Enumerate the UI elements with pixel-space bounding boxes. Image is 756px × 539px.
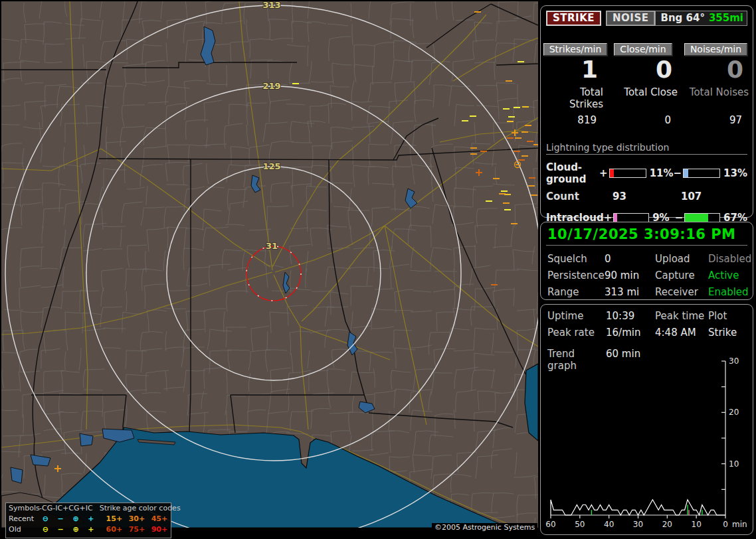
strike-ic-icon bbox=[533, 144, 538, 145]
strike-ic-icon bbox=[529, 177, 535, 179]
legend-age-code: 15+ bbox=[103, 514, 126, 524]
strike-ic-icon bbox=[506, 80, 512, 82]
uptime-value: 10:39 bbox=[606, 310, 655, 322]
session-panel: Uptime 10:39 Peak time Plot Peak rate 16… bbox=[540, 304, 753, 535]
plot-value: Strike bbox=[708, 327, 749, 339]
capture-label: Capture bbox=[655, 270, 708, 281]
legend-symbol-icon: ⊖ bbox=[38, 514, 54, 524]
close-per-min-chip[interactable]: Close/min bbox=[614, 43, 672, 56]
legend-age-code: 60+ bbox=[103, 524, 126, 535]
persistence-label: Persistence bbox=[547, 270, 605, 281]
legend-header: -CG bbox=[39, 503, 52, 514]
noise-mode-button[interactable]: NOISE bbox=[606, 11, 655, 26]
strike-ic-icon bbox=[507, 137, 514, 139]
bearing-label: Bng 64° bbox=[660, 12, 704, 24]
range-ring-label: 31 bbox=[266, 241, 278, 251]
range-ring-label: 219 bbox=[262, 81, 280, 91]
trend-x-tick: 40 bbox=[604, 520, 614, 529]
peak-time-value: 4:48 AM bbox=[655, 327, 708, 339]
total-noises-label: Total Noises bbox=[680, 86, 751, 110]
cloud-ground-count-row: Count 93 107 bbox=[546, 191, 747, 202]
strike-ic-icon bbox=[525, 125, 531, 126]
total-noises-value: 97 bbox=[680, 114, 751, 126]
legend-header: -IC bbox=[52, 503, 62, 514]
status-panel: 10/17/2025 3:09:16 PM Squelch 0 Upload D… bbox=[540, 222, 753, 300]
strike-ic-icon bbox=[527, 141, 533, 142]
trend-y-tick: 30 bbox=[729, 356, 739, 366]
legend-age-code: 45+ bbox=[148, 514, 171, 524]
strike-ic-icon bbox=[470, 153, 477, 155]
legend-symbol-icon: ⊕ bbox=[68, 524, 84, 535]
legend-symbol-icon: + bbox=[84, 524, 98, 535]
strike-ic-icon bbox=[522, 106, 529, 108]
cg-positive-count: 93 bbox=[613, 191, 681, 202]
strike-ic-icon bbox=[507, 121, 514, 122]
legend-age-title: Strike age color codes bbox=[93, 503, 181, 514]
close-per-min-value: 0 bbox=[606, 57, 680, 82]
trend-x-tick: 20 bbox=[662, 520, 672, 529]
strike-ic-icon bbox=[514, 151, 520, 152]
uptime-label: Uptime bbox=[547, 310, 606, 322]
strike-ic-icon bbox=[474, 11, 481, 13]
cg-negative-pct: 13% bbox=[721, 167, 747, 179]
bearing-distance: 355mi bbox=[709, 12, 743, 24]
status-grid: Squelch 0 Upload Disabled Persistence 90… bbox=[546, 253, 747, 298]
upload-value: Disabled bbox=[708, 253, 756, 265]
ic-positive-bar bbox=[613, 213, 649, 222]
cg-negative-bar bbox=[683, 169, 720, 178]
legend-symbol-icon: ⊖ bbox=[38, 524, 54, 535]
legend-symbol-icon: ⊕ bbox=[68, 514, 84, 524]
strike-ic-icon bbox=[503, 202, 510, 204]
count-label: Count bbox=[546, 191, 613, 202]
peak-rate-value: 16/min bbox=[606, 327, 655, 339]
strike-ic-icon bbox=[508, 116, 515, 117]
strike-ic-icon bbox=[518, 159, 525, 161]
strike-ic-icon bbox=[501, 191, 508, 192]
strikes-per-min-chip[interactable]: Strikes/min bbox=[543, 43, 608, 56]
legend-header: +CG bbox=[62, 503, 79, 514]
peak-time-label: Peak time bbox=[655, 310, 708, 322]
noises-per-min-chip[interactable]: Noises/min bbox=[684, 43, 747, 56]
strike-ic-icon bbox=[470, 147, 477, 149]
total-close-value: 0 bbox=[606, 114, 680, 126]
strike-ic-icon bbox=[486, 200, 492, 202]
map-legend: Symbols-CG-IC+CG+ICStrike age color code… bbox=[5, 502, 171, 538]
trend-y-tick: 10 bbox=[729, 459, 739, 469]
squelch-label: Squelch bbox=[547, 253, 605, 265]
cg-negative-count: 107 bbox=[681, 191, 702, 202]
strike-ic-icon bbox=[462, 120, 468, 121]
legend-row-label: Old bbox=[6, 524, 38, 535]
strike-ic-icon bbox=[514, 107, 520, 108]
trend-x-tick: 30 bbox=[633, 520, 643, 529]
legend-symbol-icon: − bbox=[53, 524, 68, 535]
range-value: 313 mi bbox=[605, 286, 655, 298]
distribution-title: Lightning type distribution bbox=[546, 142, 747, 155]
session-grid: Uptime 10:39 Peak time Plot Peak rate 16… bbox=[546, 310, 747, 339]
trend-x-unit: min bbox=[732, 520, 747, 529]
noises-per-min-value: 0 bbox=[680, 57, 751, 82]
trend-line bbox=[551, 500, 725, 515]
trend-y-tick: 20 bbox=[729, 408, 739, 417]
strike-ic-icon bbox=[528, 185, 535, 187]
cg-positive-pct: 11% bbox=[648, 167, 674, 179]
datetime-display: 10/17/2025 3:09:16 PM bbox=[546, 225, 747, 246]
lightning-map[interactable]: 31125219313 Symbols-CG-IC+CG+ICStrike ag… bbox=[1, 1, 538, 528]
strike-mode-button[interactable]: STRIKE bbox=[546, 11, 601, 26]
strike-ic-icon bbox=[518, 61, 524, 62]
strike-ic-icon bbox=[470, 116, 476, 117]
minus-sign: − bbox=[674, 167, 682, 179]
cloud-ground-row: Cloud-ground + 11% − 13% bbox=[546, 161, 747, 185]
legend-row-label: Recent bbox=[6, 514, 38, 524]
legend-age-code: 90+ bbox=[148, 524, 171, 535]
total-close-label: Total Close bbox=[606, 86, 680, 110]
strike-ic-icon bbox=[292, 83, 299, 84]
map-canvas: 31125219313 bbox=[1, 1, 538, 528]
legend-age-code: 75+ bbox=[126, 524, 148, 535]
range-ring-label: 313 bbox=[262, 1, 280, 10]
rate-chips-row: Strikes/min Close/min Noises/min 1 0 0 T… bbox=[545, 43, 750, 126]
strike-ic-icon bbox=[531, 194, 537, 196]
receiver-value: Enabled bbox=[708, 286, 756, 298]
strike-ic-icon bbox=[515, 137, 521, 139]
strike-ic-icon bbox=[499, 193, 506, 194]
upload-label: Upload bbox=[655, 253, 708, 265]
